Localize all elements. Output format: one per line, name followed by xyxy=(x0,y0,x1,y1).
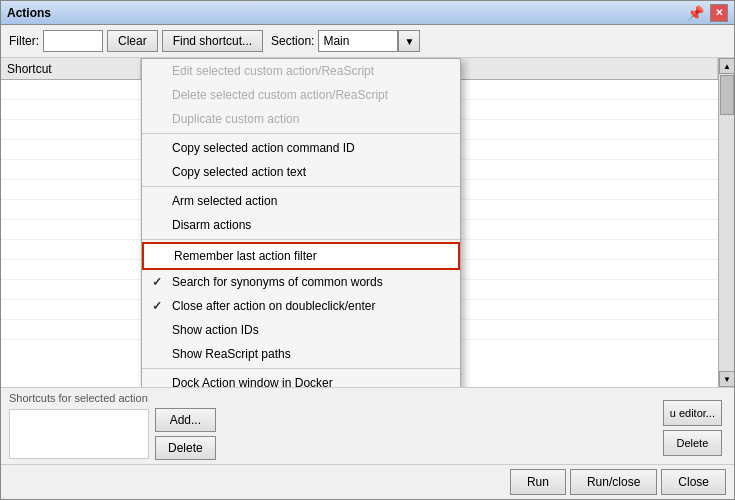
toolbar: Filter: Clear Find shortcut... Section: … xyxy=(1,25,734,58)
actions-window: Actions 📌 ✕ Filter: Clear Find shortcut.… xyxy=(0,0,735,500)
context-menu: Edit selected custom action/ReaScriptDel… xyxy=(141,58,461,387)
close-button[interactable]: Close xyxy=(661,469,726,495)
menu-item-edit-custom: Edit selected custom action/ReaScript xyxy=(142,59,460,83)
shortcuts-area: Shortcuts for selected action Add... Del… xyxy=(1,388,734,464)
menu-item-disarm[interactable]: Disarm actions xyxy=(142,213,460,237)
close-window-button[interactable]: ✕ xyxy=(710,4,728,22)
menu-separator xyxy=(142,368,460,369)
menu-item-search-synonyms[interactable]: Search for synonyms of common words xyxy=(142,270,460,294)
scroll-up-button[interactable]: ▲ xyxy=(719,58,734,74)
filter-label: Filter: xyxy=(9,34,39,48)
menu-item-close-doubleclick[interactable]: Close after action on doubleclick/enter xyxy=(142,294,460,318)
spacer xyxy=(224,392,651,460)
menu-item-remember-filter[interactable]: Remember last action filter xyxy=(142,242,460,270)
shortcuts-buttons: Add... Delete xyxy=(155,408,216,460)
section-dropdown-button[interactable]: ▼ xyxy=(398,30,420,52)
shortcuts-group: Shortcuts for selected action Add... Del… xyxy=(9,392,216,460)
add-shortcut-button[interactable]: Add... xyxy=(155,408,216,432)
menu-item-copy-text[interactable]: Copy selected action text xyxy=(142,160,460,184)
shortcut-column-header: Shortcut xyxy=(1,58,141,79)
bottom-section: Shortcuts for selected action Add... Del… xyxy=(1,387,734,499)
menu-item-show-ids[interactable]: Show action IDs xyxy=(142,318,460,342)
shortcuts-box xyxy=(9,409,149,459)
filter-input[interactable] xyxy=(43,30,103,52)
clear-button[interactable]: Clear xyxy=(107,30,158,52)
bottom-buttons: Run Run/close Close xyxy=(1,464,734,499)
right-delete-button[interactable]: Delete xyxy=(663,430,722,456)
run-button[interactable]: Run xyxy=(510,469,566,495)
section-label: Section: xyxy=(271,34,314,48)
menu-separator xyxy=(142,133,460,134)
menu-separator xyxy=(142,239,460,240)
menu-item-show-reascript[interactable]: Show ReaScript paths xyxy=(142,342,460,366)
right-panel-area: u editor... Delete xyxy=(659,392,726,460)
editor-button[interactable]: u editor... xyxy=(663,400,722,426)
menu-item-delete-custom: Delete selected custom action/ReaScript xyxy=(142,83,460,107)
menu-item-duplicate-custom: Duplicate custom action xyxy=(142,107,460,131)
title-buttons: 📌 ✕ xyxy=(687,4,728,22)
window-title: Actions xyxy=(7,6,51,20)
scroll-track[interactable] xyxy=(719,74,734,371)
menu-item-arm[interactable]: Arm selected action xyxy=(142,189,460,213)
title-bar: Actions 📌 ✕ xyxy=(1,1,734,25)
delete-shortcut-button[interactable]: Delete xyxy=(155,436,216,460)
section-row: ▼ xyxy=(318,30,420,52)
run-close-button[interactable]: Run/close xyxy=(570,469,657,495)
find-shortcut-button[interactable]: Find shortcut... xyxy=(162,30,263,52)
vertical-scrollbar[interactable]: ▲ ▼ xyxy=(718,58,734,387)
scroll-thumb[interactable] xyxy=(720,75,734,115)
pin-icon[interactable]: 📌 xyxy=(687,5,704,21)
menu-item-dock[interactable]: Dock Action window in Docker xyxy=(142,371,460,387)
section-input[interactable] xyxy=(318,30,398,52)
shortcuts-group-label: Shortcuts for selected action xyxy=(9,392,216,404)
menu-separator xyxy=(142,186,460,187)
menu-item-copy-id[interactable]: Copy selected action command ID xyxy=(142,136,460,160)
scroll-down-button[interactable]: ▼ xyxy=(719,371,734,387)
main-area: Shortcut Description Custom: Zeroing All… xyxy=(1,58,734,387)
